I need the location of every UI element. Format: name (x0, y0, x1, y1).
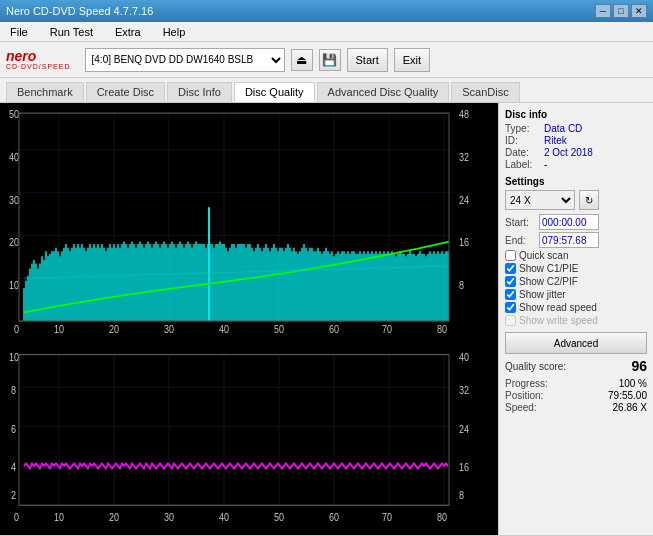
svg-text:30: 30 (164, 323, 174, 335)
svg-text:30: 30 (164, 510, 174, 522)
show-write-speed-checkbox[interactable] (505, 315, 516, 326)
show-write-speed-label: Show write speed (519, 315, 598, 326)
save-icon[interactable]: 💾 (319, 49, 341, 71)
svg-text:80: 80 (437, 323, 447, 335)
nero-logo: nero CD·DVD/SPEED (6, 49, 71, 70)
svg-text:20: 20 (9, 237, 19, 249)
show-jitter-row: Show jitter (505, 289, 647, 300)
position-value: 79:55.00 (608, 390, 647, 401)
speed-row-progress: Speed: 26.86 X (505, 402, 647, 413)
drive-selector[interactable]: [4:0] BENQ DVD DD DW1640 BSLB (85, 48, 285, 72)
nero-product: CD·DVD/SPEED (6, 63, 71, 70)
id-value: Ritek (544, 135, 567, 146)
position-label: Position: (505, 390, 543, 401)
svg-text:48: 48 (459, 108, 469, 120)
disc-type-row: Type: Data CD (505, 123, 647, 134)
svg-text:60: 60 (329, 510, 339, 522)
type-value: Data CD (544, 123, 582, 134)
quick-scan-checkbox[interactable] (505, 250, 516, 261)
tab-create-disc[interactable]: Create Disc (86, 82, 165, 102)
svg-text:70: 70 (382, 323, 392, 335)
quality-score-value: 96 (631, 358, 647, 374)
minimize-button[interactable]: ─ (595, 4, 611, 18)
show-c2pif-label: Show C2/PIF (519, 276, 578, 287)
tab-advanced-disc-quality[interactable]: Advanced Disc Quality (317, 82, 450, 102)
show-c2pif-checkbox[interactable] (505, 276, 516, 287)
title-bar-text: Nero CD-DVD Speed 4.7.7.16 (6, 5, 153, 17)
svg-text:8: 8 (459, 279, 464, 291)
progress-section: Progress: 100 % Position: 79:55.00 Speed… (505, 378, 647, 413)
svg-text:10: 10 (9, 279, 19, 291)
svg-text:0: 0 (14, 510, 19, 522)
eject-icon[interactable]: ⏏ (291, 49, 313, 71)
upper-chart: 50 40 30 20 10 48 32 24 16 8 0 10 20 30 … (4, 107, 494, 346)
svg-text:80: 80 (437, 510, 447, 522)
maximize-button[interactable]: □ (613, 4, 629, 18)
show-jitter-label: Show jitter (519, 289, 566, 300)
svg-text:20: 20 (109, 510, 119, 522)
advanced-button[interactable]: Advanced (505, 332, 647, 354)
svg-text:50: 50 (274, 510, 284, 522)
svg-text:2: 2 (11, 488, 16, 500)
progress-label: Progress: (505, 378, 548, 389)
quality-score-label: Quality score: (505, 361, 566, 372)
date-label: Date: (505, 147, 540, 158)
svg-text:4: 4 (11, 461, 16, 473)
menu-bar: File Run Test Extra Help (0, 22, 653, 42)
tab-disc-info[interactable]: Disc Info (167, 82, 232, 102)
svg-text:16: 16 (459, 461, 469, 473)
menu-help[interactable]: Help (157, 24, 192, 40)
right-panel: Disc info Type: Data CD ID: Ritek Date: … (498, 103, 653, 535)
svg-text:10: 10 (54, 323, 64, 335)
refresh-button[interactable]: ↻ (579, 190, 599, 210)
title-bar-controls: ─ □ ✕ (595, 4, 647, 18)
progress-value: 100 % (619, 378, 647, 389)
menu-run-test[interactable]: Run Test (44, 24, 99, 40)
show-read-speed-row: Show read speed (505, 302, 647, 313)
svg-rect-248 (4, 348, 494, 531)
start-time-input[interactable] (539, 214, 599, 230)
tab-disc-quality[interactable]: Disc Quality (234, 82, 315, 102)
chart-area: 50 40 30 20 10 48 32 24 16 8 0 10 20 30 … (0, 103, 498, 535)
show-read-speed-checkbox[interactable] (505, 302, 516, 313)
title-bar: Nero CD-DVD Speed 4.7.7.16 ─ □ ✕ (0, 0, 653, 22)
settings-group: Settings 24 X ↻ Start: End: Quick scan (505, 176, 647, 354)
end-time-input[interactable] (539, 232, 599, 248)
svg-text:6: 6 (11, 423, 16, 435)
tab-scandisc[interactable]: ScanDisc (451, 82, 519, 102)
speed-selector[interactable]: 24 X (505, 190, 575, 210)
position-row: Position: 79:55.00 (505, 390, 647, 401)
menu-file[interactable]: File (4, 24, 34, 40)
svg-text:60: 60 (329, 323, 339, 335)
show-jitter-checkbox[interactable] (505, 289, 516, 300)
svg-text:24: 24 (459, 423, 469, 435)
label-value: - (544, 159, 547, 170)
svg-text:0: 0 (14, 323, 19, 335)
svg-text:50: 50 (9, 108, 19, 120)
upper-chart-svg: 50 40 30 20 10 48 32 24 16 8 0 10 20 30 … (4, 107, 494, 346)
speed-label: Speed: (505, 402, 537, 413)
svg-text:10: 10 (9, 351, 19, 363)
svg-text:50: 50 (274, 323, 284, 335)
type-label: Type: (505, 123, 540, 134)
svg-text:8: 8 (11, 383, 16, 395)
quality-score-row: Quality score: 96 (505, 358, 647, 374)
quick-scan-label: Quick scan (519, 250, 568, 261)
svg-text:40: 40 (9, 151, 19, 163)
show-write-speed-row: Show write speed (505, 315, 647, 326)
start-button[interactable]: Start (347, 48, 388, 72)
close-button[interactable]: ✕ (631, 4, 647, 18)
svg-text:40: 40 (219, 510, 229, 522)
app-title: Nero CD-DVD Speed 4.7.7.16 (6, 5, 153, 17)
show-c1pie-label: Show C1/PIE (519, 263, 578, 274)
svg-text:24: 24 (459, 194, 469, 206)
show-c1pie-checkbox[interactable] (505, 263, 516, 274)
show-c1pie-row: Show C1/PIE (505, 263, 647, 274)
id-label: ID: (505, 135, 540, 146)
svg-text:70: 70 (382, 510, 392, 522)
speed-row: 24 X ↻ (505, 190, 647, 210)
end-time-row: End: (505, 232, 647, 248)
menu-extra[interactable]: Extra (109, 24, 147, 40)
tab-benchmark[interactable]: Benchmark (6, 82, 84, 102)
exit-button[interactable]: Exit (394, 48, 430, 72)
